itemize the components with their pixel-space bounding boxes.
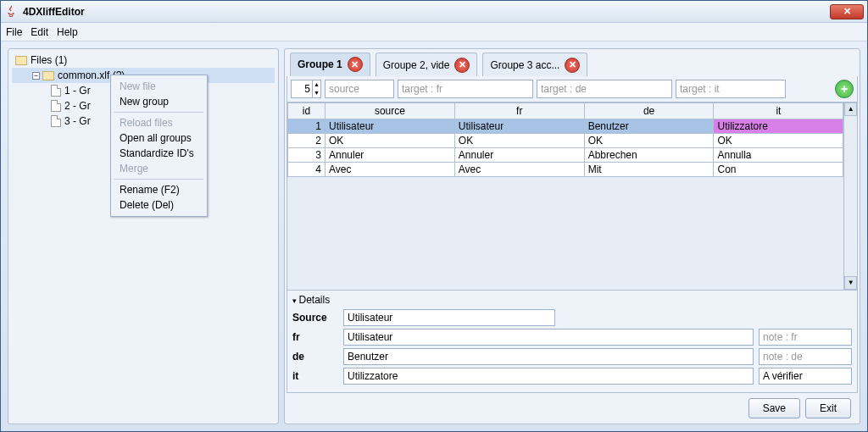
cell-de[interactable]: Benutzer [584,119,714,134]
details-de-input[interactable] [343,348,754,365]
cell-it[interactable]: OK [714,134,843,148]
titlebar: 4DXliffEditor ✕ [1,1,867,23]
cell-de[interactable]: Abbrechen [584,148,714,163]
filter-row: ▲ ▼ + [287,76,858,102]
col-header-fr[interactable]: fr [454,103,584,119]
scroll-down-icon[interactable]: ▼ [844,276,857,290]
cell-de[interactable]: OK [584,134,714,148]
details-label-fr: fr [292,331,338,343]
cell-fr[interactable]: Utilisateur [454,119,584,134]
id-spinner[interactable]: ▲ ▼ [291,80,321,98]
folder-icon [42,71,54,80]
footer: Save Exit [287,393,858,422]
content-area: Files (1) − common.xlf (?) 1 - Gr 2 - Gr [1,42,867,431]
col-header-source[interactable]: source [326,103,455,119]
cell-source[interactable]: Utilisateur [326,119,455,134]
cell-it[interactable]: Annulla [714,148,843,163]
tree-group-label: 1 - Gr [64,85,91,97]
file-icon [51,115,61,127]
details-label-it: it [292,370,338,382]
details-fr-note-input[interactable] [759,329,852,346]
group-tabs: Groupe 1 ✕ Groupe 2, vide ✕ Groupe 3 acc… [287,51,858,76]
tab-group-3[interactable]: Groupe 3 acc... ✕ [482,53,587,76]
details-label-source: Source [292,312,338,324]
cell-fr[interactable]: OK [454,134,584,148]
tree-group-label: 2 - Gr [64,100,91,112]
cell-it[interactable]: Utilizzatore [714,119,843,134]
file-tree-panel: Files (1) − common.xlf (?) 1 - Gr 2 - Gr [8,48,279,424]
col-header-it[interactable]: it [714,103,843,119]
id-spinner-input[interactable] [292,83,312,95]
details-label-de: de [292,351,338,363]
window-close-button[interactable]: ✕ [830,4,864,19]
details-it-input[interactable] [343,368,754,385]
table-row[interactable]: 3 Annuler Annuler Abbrechen Annulla [288,148,843,163]
grid-wrap: id source fr de it 1 Utilisateur Utilisa… [287,102,858,291]
cell-fr[interactable]: Annuler [454,148,584,163]
tab-label: Groupe 3 acc... [490,59,559,71]
context-menu: New file New group Reload files Open all… [110,75,208,217]
cell-id[interactable]: 4 [288,163,326,177]
menu-separator [114,179,203,180]
menu-item-new-group[interactable]: New group [111,94,207,109]
save-button[interactable]: Save [748,398,800,418]
cell-source[interactable]: Avec [326,163,455,177]
collapse-icon[interactable]: − [32,72,40,80]
details-de-note-input[interactable] [759,348,852,365]
tab-close-icon[interactable]: ✕ [454,58,470,73]
file-icon [51,85,61,97]
menubar: File Edit Help [1,23,867,42]
folder-icon [15,56,27,65]
scroll-up-icon[interactable]: ▲ [844,102,857,116]
add-row-button[interactable]: + [835,80,854,98]
menu-item-new-file[interactable]: New file [111,79,207,94]
cell-it[interactable]: Con [714,163,843,177]
cell-source[interactable]: Annuler [326,148,455,163]
menu-help[interactable]: Help [57,26,78,38]
cell-id[interactable]: 1 [288,119,326,134]
vertical-scrollbar[interactable]: ▲ ▼ [843,102,857,290]
details-it-note-input[interactable] [759,368,852,385]
tree-root[interactable]: Files (1) [12,53,275,68]
menu-item-rename[interactable]: Rename (F2) [111,182,207,197]
tab-group-1[interactable]: Groupe 1 ✕ [290,53,370,76]
menu-separator [114,112,203,113]
tab-close-icon[interactable]: ✕ [565,58,580,73]
table-row[interactable]: 1 Utilisateur Utilisateur Benutzer Utili… [288,119,843,134]
menu-item-reload-files[interactable]: Reload files [111,115,207,130]
cell-id[interactable]: 2 [288,134,326,148]
details-title[interactable]: Details [292,294,852,306]
spinner-down-icon[interactable]: ▼ [312,89,320,97]
menu-file[interactable]: File [6,26,22,38]
table-row[interactable]: 2 OK OK OK OK [288,134,843,148]
file-icon [51,100,61,112]
details-fr-input[interactable] [343,329,754,346]
details-panel: Details Source fr de it [287,291,858,393]
cell-fr[interactable]: Avec [454,163,584,177]
menu-item-delete[interactable]: Delete (Del) [111,197,207,213]
cell-id[interactable]: 3 [288,148,326,163]
cell-de[interactable]: Mit [584,163,714,177]
menu-edit[interactable]: Edit [31,26,48,38]
details-source-input[interactable] [343,309,555,326]
tab-label: Groupe 1 [298,58,342,70]
filter-fr-input[interactable] [398,80,533,98]
exit-button[interactable]: Exit [805,398,851,418]
translation-grid[interactable]: id source fr de it 1 Utilisateur Utilisa… [287,102,843,177]
menu-item-standardize-ids[interactable]: Standardize ID's [111,146,207,161]
filter-de-input[interactable] [537,80,672,98]
tab-label: Groupe 2, vide [383,59,450,71]
window-title: 4DXliffEditor [23,6,830,18]
menu-item-open-all-groups[interactable]: Open all groups [111,130,207,146]
tree-root-label: Files (1) [31,54,67,66]
spinner-up-icon[interactable]: ▲ [312,80,320,89]
menu-item-merge[interactable]: Merge [111,161,207,176]
cell-source[interactable]: OK [326,134,455,148]
col-header-id[interactable]: id [288,103,326,119]
filter-it-input[interactable] [676,80,786,98]
table-row[interactable]: 4 Avec Avec Mit Con [288,163,843,177]
tab-group-2[interactable]: Groupe 2, vide ✕ [376,53,478,76]
col-header-de[interactable]: de [584,103,714,119]
tab-close-icon[interactable]: ✕ [348,57,363,72]
filter-source-input[interactable] [325,80,394,98]
